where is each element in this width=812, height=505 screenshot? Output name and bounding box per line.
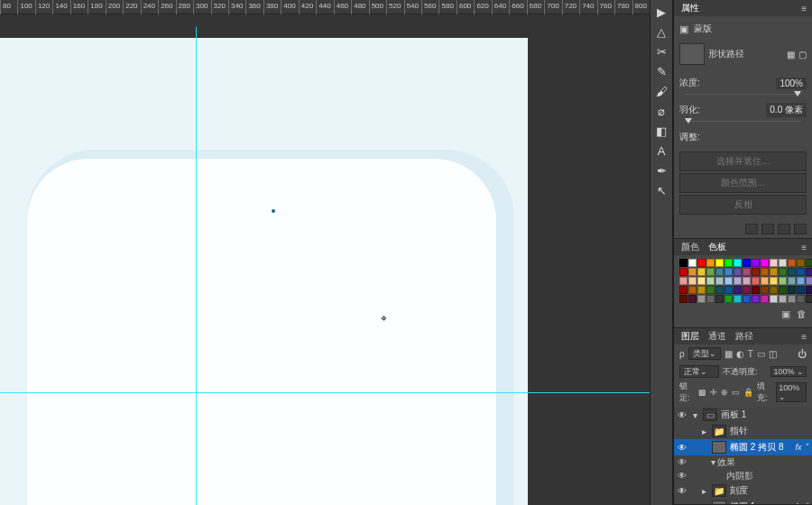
swatch[interactable] [679,277,687,285]
feather-value[interactable]: 0.0 像素 [766,103,807,117]
swatch[interactable] [788,286,796,294]
swatch[interactable] [688,286,697,294]
swatch[interactable] [715,259,724,267]
swatch[interactable] [743,277,751,285]
swatch[interactable] [715,268,724,276]
swatch[interactable] [734,277,742,285]
select-and-mask-button[interactable]: 选择并遮住... [679,152,807,171]
swatch[interactable] [806,286,812,294]
swatch[interactable] [715,295,724,303]
swatch[interactable] [688,268,697,276]
tab-properties[interactable]: 属性 [679,0,701,16]
layer-thumbnail[interactable] [712,500,726,504]
swatch[interactable] [706,259,715,267]
visibility-toggle-icon[interactable]: 👁 [674,443,690,453]
layer-row[interactable]: 👁椭圆 1fx ˅ [674,499,812,504]
fill-value[interactable]: 100% ⌄ [776,382,807,402]
swatch[interactable] [806,259,812,267]
layer-effects-header[interactable]: 👁▾效果 [674,455,812,469]
mask-disable-icon[interactable] [778,224,790,234]
swatch[interactable] [752,295,760,303]
swatch[interactable] [779,286,787,294]
density-value[interactable]: 100% [776,78,807,89]
layer-effect-item[interactable]: 👁内阴影 [674,469,812,482]
swatch[interactable] [761,259,769,267]
tab-color[interactable]: 颜色 [679,239,701,255]
swatch[interactable] [761,295,769,303]
swatch[interactable] [724,286,733,294]
swatch[interactable] [788,277,796,285]
swatch[interactable] [706,295,715,303]
layer-name[interactable]: 指针 [730,425,812,437]
swatch[interactable] [679,259,687,267]
swatch[interactable] [706,268,715,276]
swatch[interactable] [743,286,751,294]
pen-tool[interactable]: ✒ [651,161,672,180]
ruler-horizontal[interactable]: 8010012014016018020022024026028030032034… [0,0,650,14]
swatch[interactable] [697,277,706,285]
link-mask-icon[interactable]: ▦ [787,50,795,60]
visibility-toggle-icon[interactable]: 👁 [674,486,690,496]
swatch[interactable] [734,259,742,267]
layer-name[interactable]: 画板 1 [721,409,812,421]
swatch[interactable] [752,286,760,294]
layer-row[interactable]: 👁▾▭画板 1 [674,407,812,423]
blend-mode-select[interactable]: 正常 ⌄ [679,365,719,378]
swatch[interactable] [761,286,769,294]
layer-name[interactable]: 内阴影 [726,470,812,482]
swatch[interactable] [779,268,787,276]
layer-filter-kind[interactable]: 类型 ⌄ [688,347,721,360]
filter-pixel-icon[interactable]: ▦ [724,349,733,359]
feather-slider[interactable] [685,119,801,124]
new-swatch-icon[interactable]: ▣ [781,308,790,320]
layer-row[interactable]: ▸📁指针 [674,423,812,439]
swatch[interactable] [788,295,796,303]
swatch[interactable] [688,277,697,285]
density-slider[interactable] [685,92,801,97]
swatch[interactable] [779,277,787,285]
swatch[interactable] [679,268,687,276]
visibility-toggle-icon[interactable]: 👁 [674,502,690,505]
visibility-toggle-icon[interactable]: 👁 [674,457,690,467]
tab-channels[interactable]: 通道 [706,328,728,344]
swatch[interactable] [806,277,812,285]
fx-badge[interactable]: fx ˅ [791,443,812,452]
opacity-value[interactable]: 100% ⌄ [770,366,807,377]
filter-smart-icon[interactable]: ◫ [769,349,777,359]
lock-position-icon[interactable]: ✛ [710,388,717,397]
swatch[interactable] [734,286,742,294]
guide-horizontal[interactable] [0,392,650,393]
crop-tool[interactable]: ✂ [651,41,672,61]
swatch[interactable] [706,286,715,294]
gradient-tool[interactable]: ◧ [651,121,672,141]
filter-adjust-icon[interactable]: ◐ [736,349,744,359]
disclosure-triangle-icon[interactable]: ▾ [708,457,717,467]
lock-pixels-icon[interactable]: ⊕ [721,388,728,397]
swatch[interactable] [752,277,760,285]
lock-artboard-icon[interactable]: ▭ [732,388,740,397]
lock-all-icon[interactable]: ▩ [698,388,706,397]
path-select-tool[interactable]: ↖ [651,180,672,200]
swatch[interactable] [743,295,751,303]
layer-row[interactable]: 👁▸📁刻度 [674,482,812,499]
swatch[interactable] [797,277,805,285]
mask-load-selection-icon[interactable] [745,224,758,234]
tab-swatches[interactable]: 色板 [706,239,728,255]
delete-swatch-icon[interactable]: 🗑 [797,308,807,320]
swatch[interactable] [697,259,706,267]
layer-name[interactable]: 效果 [717,456,812,469]
swatch[interactable] [752,268,760,276]
artboard[interactable] [0,38,528,505]
swatch[interactable] [797,295,805,303]
layer-filter-search-icon[interactable]: ρ [679,349,685,359]
disclosure-triangle-icon[interactable]: ▸ [699,427,708,436]
swatch[interactable] [788,259,796,267]
swatch[interactable] [679,286,687,294]
swatch[interactable] [697,268,706,276]
swatch[interactable] [697,286,706,294]
disclosure-triangle-icon[interactable]: ▾ [690,410,699,420]
mask-delete-icon[interactable] [794,224,807,234]
visibility-toggle-icon[interactable]: 👁 [674,471,690,481]
layer-thumbnail[interactable] [712,441,726,454]
layer-name[interactable]: 刻度 [730,484,812,497]
